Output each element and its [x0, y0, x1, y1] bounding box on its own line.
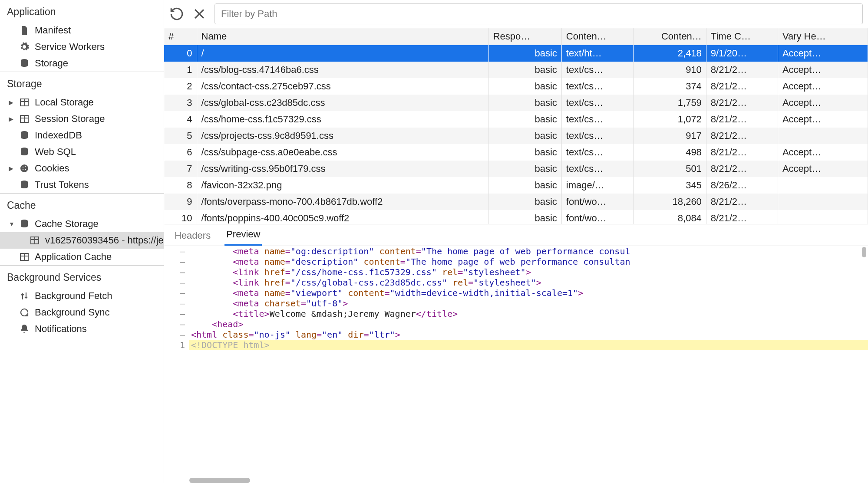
- table-row[interactable]: 3/css/global-css.c23d85dc.cssbasictext/c…: [164, 95, 868, 111]
- cell-vary: Accept…: [778, 111, 868, 128]
- svg-point-7: [25, 166, 26, 167]
- sidebar-item[interactable]: Application Cache: [0, 249, 164, 265]
- column-header[interactable]: Vary He…: [778, 28, 868, 45]
- sidebar-item-label: Manifest: [35, 25, 71, 36]
- chevron-right-icon[interactable]: ▶: [9, 115, 13, 122]
- table-row[interactable]: 4/css/home-css.f1c57329.cssbasictext/cs……: [164, 111, 868, 128]
- column-header[interactable]: Name: [197, 28, 488, 45]
- sidebar-item[interactable]: Storage: [0, 55, 164, 72]
- column-header[interactable]: Conten…: [633, 28, 706, 45]
- cell-vary: Accept…: [778, 45, 868, 62]
- tab-preview[interactable]: Preview: [224, 224, 262, 246]
- fold-toggle-icon[interactable]: –: [164, 277, 189, 288]
- vertical-scrollbar-thumb[interactable]: [862, 247, 866, 257]
- fold-toggle-icon[interactable]: –: [164, 298, 189, 309]
- chevron-right-icon[interactable]: ▶: [9, 99, 13, 106]
- column-header[interactable]: Respo…: [488, 28, 561, 45]
- table-row[interactable]: 1/css/blog-css.47146ba6.cssbasictext/cs……: [164, 62, 868, 78]
- cell-idx: 2: [164, 78, 197, 95]
- preview-pane[interactable]: – <meta name="og:description" content="T…: [164, 246, 868, 483]
- cell-ctype: text/cs…: [561, 62, 633, 78]
- table-row[interactable]: 2/css/contact-css.275ceb97.cssbasictext/…: [164, 78, 868, 95]
- filter-input[interactable]: [215, 3, 863, 24]
- cell-ctype: text/cs…: [561, 161, 633, 177]
- chevron-right-icon[interactable]: ▶: [9, 165, 13, 172]
- code-line[interactable]: – <meta charset="utf-8">: [164, 298, 868, 309]
- cell-vary: [778, 210, 868, 224]
- sidebar-item[interactable]: Notifications: [0, 321, 164, 337]
- fold-toggle-icon[interactable]: –: [164, 329, 189, 340]
- cell-resp: basic: [488, 144, 561, 161]
- gear-icon: [19, 42, 30, 52]
- table-icon: [19, 252, 30, 262]
- sidebar-item-label: Application Cache: [35, 251, 112, 263]
- fold-toggle-icon[interactable]: –: [164, 319, 189, 329]
- column-header[interactable]: Time C…: [706, 28, 778, 45]
- fold-toggle-icon[interactable]: –: [164, 256, 189, 267]
- cell-time: 8/21/2…: [706, 128, 778, 144]
- table-row[interactable]: 7/css/writing-css.95b0f179.cssbasictext/…: [164, 161, 868, 177]
- sidebar-item[interactable]: ▶Local Storage: [0, 94, 164, 111]
- sidebar-item[interactable]: ▶Cookies: [0, 160, 164, 177]
- table-row[interactable]: 10/fonts/poppins-400.40c005c9.woff2basic…: [164, 210, 868, 224]
- fold-toggle-icon[interactable]: –: [164, 267, 189, 277]
- cell-idx: 7: [164, 161, 197, 177]
- cell-ctype: text/cs…: [561, 144, 633, 161]
- cell-name: /css/writing-css.95b0f179.css: [197, 161, 488, 177]
- column-header[interactable]: #: [164, 28, 197, 45]
- refresh-button[interactable]: [169, 7, 184, 21]
- sidebar-item-label: Trust Tokens: [35, 179, 89, 191]
- sidebar-item[interactable]: Background Fetch: [0, 288, 164, 304]
- code-line[interactable]: – <meta name="description" content="The …: [164, 256, 868, 267]
- sidebar-item[interactable]: Manifest: [0, 22, 164, 39]
- code-line[interactable]: –<html class="no-js" lang="en" dir="ltr"…: [164, 329, 868, 340]
- cell-clen: 8,084: [633, 210, 706, 224]
- sidebar-item-label: Service Workers: [35, 41, 105, 53]
- column-header[interactable]: Conten…: [561, 28, 633, 45]
- sidebar-item[interactable]: ▶Session Storage: [0, 111, 164, 127]
- cell-idx: 8: [164, 177, 197, 194]
- sidebar-item[interactable]: Service Workers: [0, 39, 164, 55]
- cell-clen: 1,759: [633, 95, 706, 111]
- code-line[interactable]: – <link href="/css/global-css.c23d85dc.c…: [164, 277, 868, 288]
- code-line[interactable]: – <head>: [164, 319, 868, 329]
- sidebar-item-label: Notifications: [35, 323, 87, 335]
- sidebar-item[interactable]: Trust Tokens: [0, 177, 164, 193]
- table-icon: [19, 114, 30, 124]
- code-line[interactable]: 1<!DOCTYPE html>: [164, 340, 868, 350]
- code-line[interactable]: – <meta name="viewport" content="width=d…: [164, 288, 868, 298]
- sidebar-item-label: Background Fetch: [35, 290, 112, 302]
- code-line[interactable]: – <meta name="og:description" content="T…: [164, 246, 868, 256]
- cell-time: 8/21/2…: [706, 62, 778, 78]
- table-row[interactable]: 6/css/subpage-css.a0e0eabe.cssbasictext/…: [164, 144, 868, 161]
- cell-vary: Accept…: [778, 62, 868, 78]
- table-row[interactable]: 0/basictext/ht…2,4189/1/20…Accept…: [164, 45, 868, 62]
- sidebar-item[interactable]: Web SQL: [0, 144, 164, 160]
- table-row[interactable]: 9/fonts/overpass-mono-700.4b8617db.woff2…: [164, 194, 868, 210]
- sidebar-item[interactable]: Background Sync: [0, 304, 164, 321]
- cell-ctype: text/ht…: [561, 45, 633, 62]
- fold-toggle-icon[interactable]: –: [164, 288, 189, 298]
- code-line[interactable]: – <link href="/css/home-css.f1c57329.css…: [164, 267, 868, 277]
- sidebar-item-label: Local Storage: [35, 97, 94, 108]
- code-content: <link href="/css/home-css.f1c57329.css" …: [189, 267, 868, 277]
- sidebar-item[interactable]: v1625760393456 - https://je: [0, 232, 164, 249]
- cell-clen: 18,260: [633, 194, 706, 210]
- cell-time: 8/21/2…: [706, 194, 778, 210]
- fold-toggle-icon[interactable]: –: [164, 246, 189, 256]
- table-row[interactable]: 8/favicon-32x32.pngbasicimage/…3458/26/2…: [164, 177, 868, 194]
- cell-idx: 6: [164, 144, 197, 161]
- cell-time: 8/21/2…: [706, 95, 778, 111]
- sidebar-item[interactable]: ▼Cache Storage: [0, 216, 164, 232]
- code-line[interactable]: – <title>Welcome &mdash;Jeremy Wagner</t…: [164, 309, 868, 319]
- horizontal-scrollbar-thumb[interactable]: [189, 478, 250, 483]
- sidebar-item[interactable]: IndexedDB: [0, 127, 164, 144]
- clear-button[interactable]: [192, 7, 207, 21]
- cell-vary: [778, 194, 868, 210]
- cell-ctype: text/cs…: [561, 128, 633, 144]
- cell-idx: 1: [164, 62, 197, 78]
- fold-toggle-icon[interactable]: –: [164, 309, 189, 319]
- tab-headers[interactable]: Headers: [173, 226, 212, 246]
- table-row[interactable]: 5/css/projects-css.9c8d9591.cssbasictext…: [164, 128, 868, 144]
- chevron-down-icon[interactable]: ▼: [9, 220, 15, 227]
